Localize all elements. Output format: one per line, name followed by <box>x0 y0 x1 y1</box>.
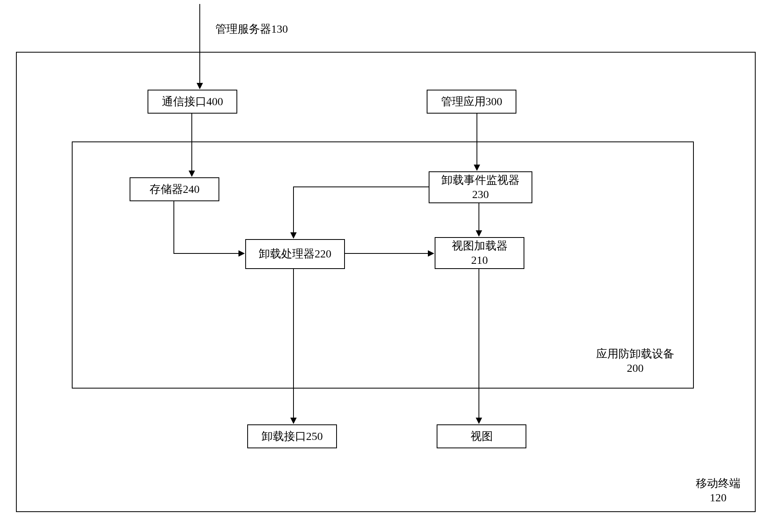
arrow-app-to-monitor-head <box>474 165 480 171</box>
view-loader-box: 视图加载器 210 <box>435 237 524 269</box>
text: 卸载接口250 <box>262 429 323 444</box>
text-l1: 应用防卸载设备 <box>596 347 674 361</box>
storage-box: 存储器240 <box>130 177 219 201</box>
arrow-app-to-monitor <box>477 114 477 165</box>
management-app-box: 管理应用300 <box>427 90 516 114</box>
arrow-proc-to-loader <box>345 253 428 254</box>
unload-processor-box: 卸载处理器220 <box>245 239 345 269</box>
arrow-loader-to-view <box>479 269 479 418</box>
arrow-monitor-to-loader-head <box>476 230 482 237</box>
arrow-proc-to-loader-head <box>428 250 434 257</box>
arrow-comm-to-storage-head <box>189 171 195 177</box>
arrow-comm-to-storage <box>191 114 192 171</box>
management-server-label: 管理服务器130 <box>215 22 288 36</box>
unload-interface-box: 卸载接口250 <box>247 424 337 448</box>
text: 管理服务器130 <box>215 23 288 35</box>
text-l2: 210 <box>471 253 488 267</box>
text-l1: 卸载事件监视器 <box>441 173 520 187</box>
arrow-proc-to-iface-head <box>290 418 297 424</box>
arrow-storage-to-proc-h <box>173 253 238 254</box>
arrow-monitor-to-loader <box>479 203 479 230</box>
comm-interface-box: 通信接口400 <box>148 90 237 114</box>
text-l2: 200 <box>596 361 674 375</box>
text: 通信接口400 <box>162 94 223 109</box>
text: 视图 <box>471 429 493 444</box>
text: 存储器240 <box>150 182 200 196</box>
arrow-storage-to-proc-head <box>238 250 245 257</box>
arrow-server-to-comm-head <box>197 83 203 89</box>
unload-monitor-box: 卸载事件监视器 230 <box>429 171 532 203</box>
arrow-storage-to-proc-v <box>173 201 174 253</box>
arrow-monitor-to-proc-h <box>293 186 429 187</box>
text-l2: 230 <box>472 187 489 202</box>
text: 管理应用300 <box>441 94 502 109</box>
text-l1: 移动终端 <box>696 476 740 491</box>
arrow-loader-to-view-head <box>476 418 482 424</box>
arrow-proc-to-iface <box>293 269 294 418</box>
arrow-monitor-to-proc-v <box>293 186 294 232</box>
mobile-terminal-label: 移动终端 120 <box>696 476 740 505</box>
arrow-server-to-comm <box>199 4 200 83</box>
text: 卸载处理器220 <box>259 247 331 261</box>
arrow-monitor-to-proc-head <box>290 232 297 239</box>
text-l1: 视图加载器 <box>452 239 508 253</box>
anti-unload-label: 应用防卸载设备 200 <box>596 347 674 376</box>
view-box: 视图 <box>437 424 526 448</box>
text-l2: 120 <box>696 491 740 505</box>
